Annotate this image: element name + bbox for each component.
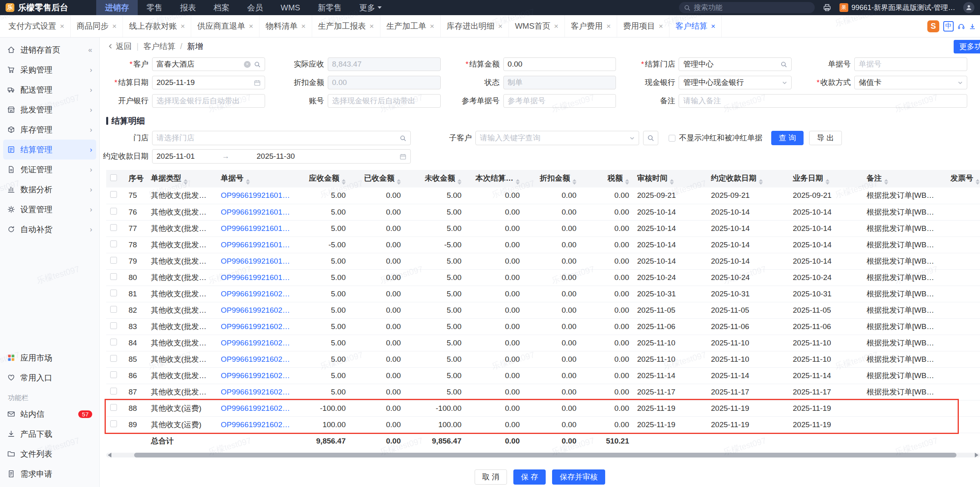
- cell-doc[interactable]: OP99661992160185: [217, 237, 295, 253]
- column-header-doc[interactable]: 单据号: [217, 170, 295, 187]
- column-header-seq[interactable]: 序号: [125, 170, 147, 187]
- column-header-disc[interactable]: 折扣金额: [524, 170, 580, 187]
- column-header-unpaid[interactable]: 未收金额: [405, 170, 465, 187]
- row-checkbox[interactable]: [110, 404, 117, 411]
- breadcrumb-root[interactable]: 客户结算: [143, 41, 175, 52]
- doc-no-input[interactable]: 单据号: [854, 57, 967, 71]
- cell-doc[interactable]: OP99661992160247: [217, 416, 295, 433]
- tab-close-icon[interactable]: ×: [430, 22, 434, 30]
- row-checkbox[interactable]: [110, 355, 117, 362]
- date-range-start[interactable]: 2025-11-01: [156, 152, 195, 161]
- horizontal-scrollbar[interactable]: [106, 453, 980, 457]
- top-menu-item-报表[interactable]: 报表: [171, 0, 205, 15]
- top-menu-item-新零售[interactable]: 新零售: [309, 0, 350, 15]
- row-checkbox[interactable]: [110, 257, 117, 264]
- sidebar-item-数据分析[interactable]: 数据分析›: [0, 179, 99, 199]
- tab-close-icon[interactable]: ×: [112, 22, 117, 30]
- settle-store-input[interactable]: 管理中心: [679, 57, 792, 71]
- search-icon[interactable]: [780, 61, 787, 68]
- sidebar-item-设置管理[interactable]: 设置管理›: [0, 199, 99, 219]
- cash-bank-select[interactable]: 管理中心现金银行: [679, 76, 792, 89]
- sort-icon[interactable]: [670, 179, 674, 185]
- tab-close-icon[interactable]: ×: [554, 22, 558, 30]
- store-selector[interactable]: 果 99661-新界面果蔬版测试-管理…: [839, 3, 955, 12]
- tab-close-icon[interactable]: ×: [60, 22, 64, 30]
- cell-doc[interactable]: OP99661992160197: [217, 269, 295, 286]
- sort-icon[interactable]: [625, 179, 629, 185]
- row-checkbox[interactable]: [110, 290, 117, 296]
- tab-close-icon[interactable]: ×: [370, 22, 374, 30]
- tab-供应商直退单[interactable]: 供应商直退单×: [191, 15, 259, 37]
- scroll-left-icon[interactable]: [108, 453, 111, 457]
- tab-支付方式设置[interactable]: 支付方式设置×: [2, 15, 71, 37]
- sort-icon[interactable]: [184, 179, 188, 185]
- column-header-agree[interactable]: 约定收款日期: [707, 170, 789, 187]
- sort-icon[interactable]: [516, 179, 520, 185]
- row-checkbox[interactable]: [110, 306, 117, 313]
- search-icon[interactable]: [400, 135, 406, 142]
- account-input[interactable]: 选择现金银行后自动带出: [328, 94, 441, 108]
- sort-icon[interactable]: [884, 179, 888, 185]
- cancel-button[interactable]: 取 消: [475, 469, 507, 485]
- column-header-remark[interactable]: 备注: [863, 170, 946, 187]
- save-button[interactable]: 保 存: [513, 469, 546, 485]
- store-filter-input[interactable]: 请选择门店: [152, 131, 411, 145]
- cell-doc[interactable]: OP99661992160241: [217, 384, 295, 400]
- pay-method-select[interactable]: 储值卡: [854, 76, 967, 89]
- sort-icon[interactable]: [759, 179, 763, 185]
- select-all-checkbox[interactable]: [110, 174, 117, 181]
- export-button[interactable]: 导 出: [809, 131, 841, 145]
- tab-费用项目[interactable]: 费用项目×: [617, 15, 669, 37]
- sort-icon[interactable]: [826, 179, 830, 185]
- sidebar-item-采购管理[interactable]: 采购管理›: [0, 60, 99, 80]
- scroll-right-icon[interactable]: [975, 453, 978, 457]
- ref-no-input[interactable]: 参考单据号: [503, 94, 616, 108]
- tab-close-icon[interactable]: ×: [498, 22, 503, 30]
- hide-reversed-checkbox[interactable]: [669, 135, 675, 142]
- row-checkbox[interactable]: [110, 322, 117, 329]
- column-header-invoice[interactable]: 发票号: [946, 170, 980, 187]
- cell-doc[interactable]: OP99661992160229: [217, 351, 295, 367]
- column-header-type[interactable]: 单据类型: [147, 170, 217, 187]
- collapse-icon[interactable]: «: [88, 46, 92, 54]
- headset-icon[interactable]: [958, 23, 965, 30]
- row-checkbox[interactable]: [110, 208, 117, 215]
- sidebar-item-产品下载[interactable]: 产品下载: [0, 424, 99, 444]
- row-checkbox[interactable]: [110, 241, 117, 247]
- more-actions-button[interactable]: 更多功: [954, 40, 980, 53]
- tab-生产加工报表[interactable]: 生产加工报表×: [312, 15, 380, 37]
- top-menu-item-会员[interactable]: 会员: [238, 0, 272, 15]
- tab-线上存款对账[interactable]: 线上存款对账×: [123, 15, 191, 37]
- sort-icon[interactable]: [342, 179, 346, 185]
- column-header-recv[interactable]: 应收金额: [295, 170, 350, 187]
- column-header-audit[interactable]: 审核时间: [633, 170, 707, 187]
- cell-doc[interactable]: OP99661992160215: [217, 302, 295, 318]
- tab-商品同步[interactable]: 商品同步×: [71, 15, 123, 37]
- printer-icon[interactable]: [823, 3, 832, 12]
- cell-doc[interactable]: OP99661992160141: [217, 187, 295, 204]
- top-menu-item-更多[interactable]: 更多: [350, 0, 390, 15]
- remark-input[interactable]: 请输入备注: [679, 94, 967, 108]
- sidebar-item-应用市场[interactable]: 应用市场: [0, 348, 99, 368]
- top-menu-item-零售[interactable]: 零售: [138, 0, 171, 15]
- sidebar-item-自动补货[interactable]: 自动补货›: [0, 219, 99, 239]
- save-and-audit-button[interactable]: 保存并审核: [552, 469, 605, 485]
- cell-doc[interactable]: OP99661992160208: [217, 286, 295, 302]
- cell-doc[interactable]: OP99661992160183: [217, 204, 295, 220]
- row-checkbox[interactable]: [110, 388, 117, 394]
- sub-customer-search-button[interactable]: [643, 131, 658, 145]
- tab-close-icon[interactable]: ×: [301, 22, 305, 30]
- tab-close-icon[interactable]: ×: [711, 22, 715, 30]
- sidebar-item-需求申请[interactable]: 需求申请: [0, 464, 99, 484]
- cell-doc[interactable]: OP99661992160217: [217, 318, 295, 335]
- s-logo-icon[interactable]: S: [927, 20, 939, 32]
- top-menu-item-WMS[interactable]: WMS: [272, 0, 309, 15]
- settle-date-input[interactable]: 2025-11-19: [152, 76, 265, 89]
- open-bank-input[interactable]: 选择现金银行后自动带出: [152, 94, 265, 108]
- tab-close-icon[interactable]: ×: [180, 22, 185, 30]
- sort-icon[interactable]: [397, 179, 401, 185]
- scrollbar-thumb[interactable]: [134, 453, 956, 457]
- sub-customer-select[interactable]: 请输入关键字查询: [475, 131, 639, 145]
- row-checkbox[interactable]: [110, 273, 117, 280]
- column-header-paid[interactable]: 已收金额: [350, 170, 405, 187]
